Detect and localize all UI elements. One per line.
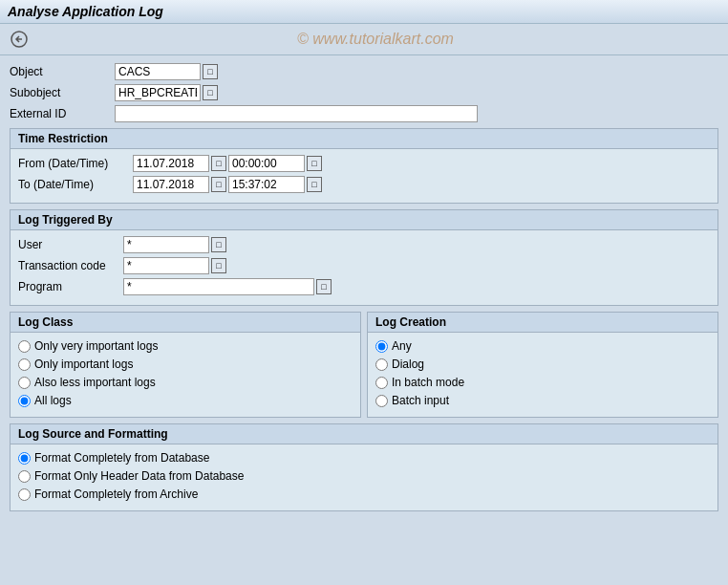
main-content: Object □ Subobject □ External ID Time Re… (0, 55, 728, 525)
user-row: User □ (18, 236, 710, 253)
time-restriction-header: Time Restriction (11, 129, 717, 149)
log-class-radio-4[interactable] (18, 395, 31, 407)
program-row: Program □ (18, 278, 710, 295)
log-source-header: Log Source and Formatting (11, 424, 717, 444)
log-source-radio-2[interactable] (18, 470, 31, 483)
log-creation-label-1: Any (392, 339, 412, 353)
to-date-btn[interactable]: □ (211, 177, 226, 192)
from-time-btn[interactable]: □ (307, 156, 322, 171)
log-triggered-section: Log Triggered By User □ Transaction code… (10, 209, 718, 306)
log-class-option-4: All logs (18, 393, 353, 408)
log-creation-label-4: Batch input (392, 394, 449, 407)
basic-fields: Object □ Subobject □ External ID (10, 63, 718, 122)
log-class-header: Log Class (11, 313, 360, 333)
from-date-btn[interactable]: □ (211, 156, 226, 171)
to-row: To (Date/Time) □ □ (18, 176, 710, 193)
log-source-option-2: Format Only Header Data from Database (18, 468, 710, 484)
log-class-option-2: Only important logs (18, 357, 353, 372)
log-source-label-1: Format Completely from Database (34, 451, 209, 465)
log-creation-body: Any Dialog In batch mode Batch input (368, 333, 717, 417)
log-creation-option-4: Batch input (375, 393, 710, 408)
external-id-input[interactable] (115, 105, 478, 122)
program-search-btn[interactable]: □ (316, 279, 332, 294)
subobject-row: Subobject □ (10, 84, 718, 101)
log-creation-option-2: Dialog (375, 357, 710, 372)
log-class-option-1: Only very important logs (18, 338, 353, 354)
object-row: Object □ (10, 63, 718, 80)
transaction-label: Transaction code (18, 259, 123, 272)
log-creation-radio-1[interactable] (375, 340, 388, 353)
program-input[interactable] (123, 278, 314, 295)
log-class-label-1: Only very important logs (34, 339, 158, 353)
log-creation-label-3: In batch mode (392, 376, 464, 389)
log-creation-radio-3[interactable] (375, 377, 388, 389)
log-class-label-4: All logs (34, 394, 72, 407)
log-source-radio-1[interactable] (18, 452, 31, 465)
from-time-input[interactable] (228, 155, 305, 172)
title-bar: Analyse Application Log (0, 0, 728, 24)
log-triggered-header: Log Triggered By (11, 210, 717, 230)
log-class-radio-1[interactable] (18, 340, 31, 353)
log-class-creation-row: Log Class Only very important logs Only … (10, 312, 718, 418)
log-class-body: Only very important logs Only important … (11, 333, 360, 417)
time-restriction-section: Time Restriction From (Date/Time) □ □ To… (10, 128, 718, 204)
transaction-input[interactable] (123, 257, 209, 274)
log-creation-section: Log Creation Any Dialog In batch mode Ba… (367, 312, 718, 418)
log-creation-header: Log Creation (368, 313, 717, 333)
page-title: Analyse Application Log (8, 4, 163, 19)
watermark: © www.tutorialkart.com (31, 31, 720, 48)
user-input[interactable] (123, 236, 209, 253)
object-label: Object (10, 65, 115, 78)
program-label: Program (18, 280, 123, 293)
log-source-label-2: Format Only Header Data from Database (34, 469, 244, 483)
from-row: From (Date/Time) □ □ (18, 155, 710, 172)
log-source-body: Format Completely from Database Format O… (11, 444, 717, 510)
log-creation-label-2: Dialog (392, 358, 424, 371)
from-date-input[interactable] (133, 155, 209, 172)
log-creation-radio-4[interactable] (375, 395, 388, 407)
log-source-label-3: Format Completely from Archive (34, 488, 198, 501)
transaction-row: Transaction code □ (18, 257, 710, 274)
log-source-section: Log Source and Formatting Format Complet… (10, 423, 718, 511)
log-creation-option-3: In batch mode (375, 375, 710, 390)
log-triggered-body: User □ Transaction code □ Program □ (11, 230, 717, 305)
user-label: User (18, 238, 123, 251)
time-restriction-body: From (Date/Time) □ □ To (Date/Time) □ □ (11, 149, 717, 203)
log-class-radio-3[interactable] (18, 377, 31, 389)
to-label: To (Date/Time) (18, 178, 133, 191)
object-input[interactable] (115, 63, 201, 80)
log-class-section: Log Class Only very important logs Only … (10, 312, 361, 418)
user-search-btn[interactable]: □ (211, 237, 226, 252)
to-time-input[interactable] (228, 176, 305, 193)
log-class-option-3: Also less important logs (18, 375, 353, 390)
subobject-input[interactable] (115, 84, 201, 101)
transaction-search-btn[interactable]: □ (211, 258, 226, 273)
log-creation-option-1: Any (375, 338, 710, 354)
subobject-search-btn[interactable]: □ (203, 85, 218, 100)
subobject-label: Subobject (10, 86, 115, 99)
from-label: From (Date/Time) (18, 157, 133, 170)
external-id-label: External ID (10, 107, 115, 120)
back-button[interactable] (8, 28, 31, 51)
external-id-row: External ID (10, 105, 718, 122)
log-class-radio-2[interactable] (18, 358, 31, 371)
to-date-input[interactable] (133, 176, 209, 193)
to-time-btn[interactable]: □ (307, 177, 322, 192)
log-source-option-3: Format Completely from Archive (18, 487, 710, 502)
log-creation-radio-2[interactable] (375, 358, 388, 371)
object-search-btn[interactable]: □ (203, 64, 218, 79)
log-class-label-3: Also less important logs (34, 376, 156, 389)
log-source-radio-3[interactable] (18, 488, 31, 501)
log-source-option-1: Format Completely from Database (18, 450, 710, 466)
toolbar: © www.tutorialkart.com (0, 24, 728, 55)
log-class-label-2: Only important logs (34, 358, 133, 371)
